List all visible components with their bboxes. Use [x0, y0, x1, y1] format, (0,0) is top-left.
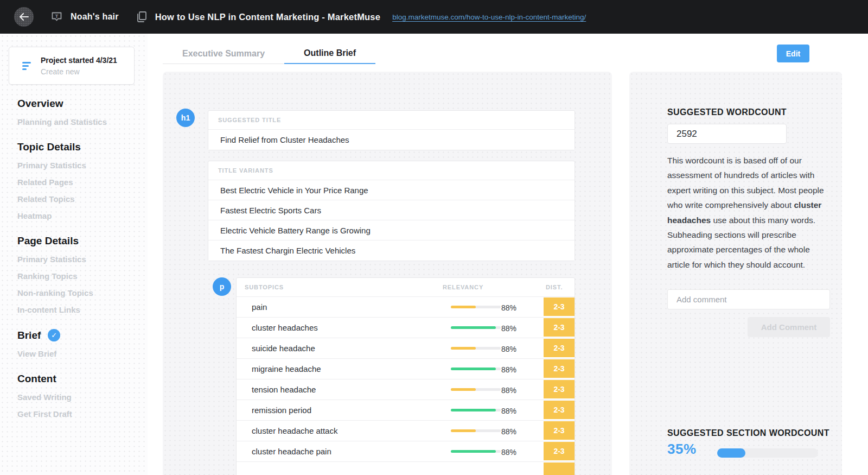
suggested-title-label: SUGGESTED TITLE: [208, 111, 575, 130]
dist-badge[interactable]: 2-3: [544, 359, 575, 378]
sidebar: Project started 4/3/21 Create new Overvi…: [0, 34, 148, 475]
nav-section-heading: Brief✓: [17, 329, 137, 341]
dist-badge[interactable]: 2-3: [544, 297, 575, 316]
relevancy-bar-fill: [451, 409, 496, 411]
dist-badge[interactable]: 2-3: [544, 339, 575, 357]
top-bar: T Noah's hair How to Use NLP in Content …: [0, 0, 868, 34]
back-button[interactable]: [14, 7, 34, 27]
relevancy-bar: [451, 306, 501, 308]
sidebar-item-in-content-links[interactable]: In-content Links: [17, 305, 137, 314]
sidebar-item-ranking-topics[interactable]: Ranking Topics: [17, 271, 137, 281]
sidebar-item-get-first-draft[interactable]: Get First Draft: [17, 409, 137, 419]
relevancy-value: 88%: [501, 407, 516, 415]
edit-button[interactable]: Edit: [777, 45, 809, 62]
sidebar-item-saved-writing[interactable]: Saved Writing: [17, 392, 137, 402]
sidebar-nav: OverviewPlanning and StatisticsTopic Det…: [17, 98, 137, 419]
page-url-link[interactable]: blog.marketmuse.com/how-to-use-nlp-in-co…: [392, 13, 586, 21]
col-relevancy: RELEVANCY: [443, 284, 483, 290]
create-new-link[interactable]: Create new: [41, 67, 117, 76]
section-wordcount-heading: SUGGESTED SECTION WORDCOUNT: [667, 428, 829, 438]
subtopic-name: cluster headache pain: [252, 447, 331, 456]
suggested-wordcount-heading: SUGGESTED WORDCOUNT: [667, 107, 787, 117]
tab-outline-brief[interactable]: Outline Brief: [284, 43, 375, 64]
subtopic-row[interactable]: remission period88%2-3: [237, 400, 575, 421]
subtopic-row[interactable]: suicide headache88%2-3: [237, 338, 575, 359]
subtopic-row[interactable]: pain88%2-3: [237, 297, 575, 318]
title-variant-row[interactable]: The Fastest Chargin Electric Vehicles: [208, 240, 575, 261]
nav-section-heading-label: Topic Details: [17, 141, 81, 153]
title-variant-row[interactable]: Electric Vehicle Battery Range is Growin…: [208, 220, 575, 240]
section-wordcount-progressbar: [717, 448, 818, 458]
dist-badge[interactable]: 2-3: [544, 318, 575, 337]
relevancy-bar: [451, 429, 501, 432]
add-comment-input[interactable]: [667, 289, 830, 309]
nav-section-heading-label: Overview: [17, 98, 63, 110]
back-arrow-icon: [19, 13, 29, 21]
nav-section-heading: Overview: [17, 98, 137, 110]
dist-badge[interactable]: [544, 463, 575, 475]
sidebar-item-planning-and-statistics[interactable]: Planning and Statistics: [17, 117, 137, 126]
relevancy-value: 88%: [501, 345, 516, 353]
nav-section-heading: Content: [17, 373, 137, 385]
relevancy-value: 88%: [501, 386, 516, 395]
col-subtopics: SUBTOPICS: [245, 284, 284, 290]
subtopic-row[interactable]: tension headache88%2-3: [237, 379, 575, 400]
pages-icon: [136, 11, 147, 23]
title-variant-row[interactable]: Fastest Electric Sports Cars: [208, 200, 575, 220]
relevancy-bar-fill: [451, 368, 496, 370]
project-list-icon: [22, 62, 32, 70]
relevancy-value: 88%: [501, 448, 516, 457]
sidebar-item-view-brief[interactable]: View Brief: [17, 349, 137, 358]
col-dist: DIST.: [546, 284, 563, 290]
project-selector[interactable]: Project started 4/3/21 Create new: [9, 47, 135, 85]
sidebar-item-primary-statistics[interactable]: Primary Statistics: [17, 255, 137, 264]
page-title: How to Use NLP in Content Marketing - Ma…: [155, 12, 380, 22]
project-started-label: Project started 4/3/21: [41, 56, 117, 65]
relevancy-bar-fill: [451, 326, 496, 329]
sidebar-item-related-topics[interactable]: Related Topics: [17, 194, 137, 204]
project-name[interactable]: Noah's hair: [71, 12, 119, 22]
sidebar-item-heatmap[interactable]: Heatmap: [17, 211, 137, 220]
title-variant-row[interactable]: Best Electric Vehicle in Your Price Rang…: [208, 180, 575, 200]
subtopic-name: cluster headache attack: [252, 426, 337, 435]
add-comment-button[interactable]: Add Comment: [748, 317, 830, 337]
subtopic-row[interactable]: [237, 462, 575, 475]
app-window: T Noah's hair How to Use NLP in Content …: [0, 0, 868, 475]
relevancy-value: 88%: [501, 324, 516, 333]
wordcount-input[interactable]: [667, 124, 787, 144]
sidebar-item-primary-statistics[interactable]: Primary Statistics: [17, 161, 137, 170]
section-wordcount-percent: 35%: [667, 441, 697, 458]
relevancy-value: 88%: [501, 365, 516, 374]
section-wordcount-progress-fill: [717, 448, 745, 458]
sidebar-item-non-ranking-topics[interactable]: Non-ranking Topics: [17, 288, 137, 297]
subtopic-name: tension headache: [252, 385, 316, 394]
brief-tabs: Executive Summary Outline Brief: [163, 43, 375, 64]
tab-executive-summary[interactable]: Executive Summary: [163, 43, 284, 64]
suggested-title-value[interactable]: Find Relief from Cluster Headaches: [208, 130, 575, 150]
dist-badge[interactable]: 2-3: [544, 421, 575, 440]
relevancy-bar-fill: [451, 429, 476, 432]
dist-badge[interactable]: 2-3: [544, 442, 575, 460]
wordcount-description: This wordcount is is based off of our as…: [667, 153, 826, 272]
subtopics-table: SUBTOPICS RELEVANCY DIST. pain88%2-3clus…: [236, 277, 575, 475]
dist-badge[interactable]: 2-3: [544, 401, 575, 419]
relevancy-bar-fill: [451, 347, 476, 350]
subtopic-row[interactable]: cluster headache pain88%2-3: [237, 441, 575, 462]
svg-text:T: T: [55, 13, 59, 18]
subtopic-row[interactable]: cluster headaches88%2-3: [237, 318, 575, 338]
relevancy-bar: [451, 409, 501, 411]
subtopic-row[interactable]: cluster headache attack88%2-3: [237, 421, 575, 441]
title-variants-list: Best Electric Vehicle in Your Price Rang…: [208, 180, 575, 261]
relevancy-bar: [451, 368, 501, 370]
dist-badge[interactable]: 2-3: [544, 380, 575, 398]
subtopic-name: suicide headache: [252, 344, 315, 353]
relevancy-bar: [451, 450, 501, 453]
sidebar-item-related-pages[interactable]: Related Pages: [17, 178, 137, 187]
relevancy-bar: [451, 326, 501, 329]
relevancy-bar: [451, 388, 501, 391]
p-badge: p: [213, 277, 231, 296]
relevancy-value: 88%: [501, 303, 516, 312]
nav-section-heading-label: Page Details: [17, 235, 79, 247]
subtopic-row[interactable]: migraine headache88%2-3: [237, 359, 575, 379]
subtopic-name: remission period: [252, 406, 311, 415]
